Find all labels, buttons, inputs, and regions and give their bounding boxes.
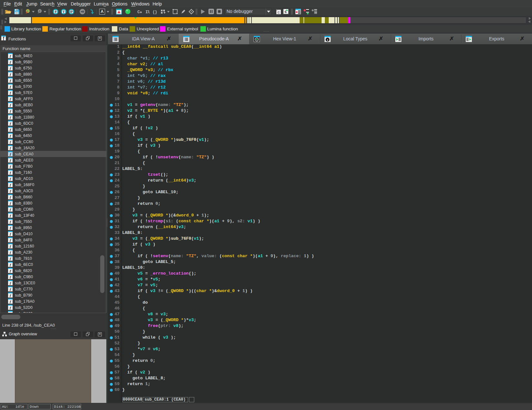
svg-text:C: C — [278, 11, 280, 15]
svg-text:l: l — [147, 10, 150, 15]
svg-text:T: T — [62, 10, 65, 14]
svg-text:C: C — [137, 10, 140, 15]
svg-text:}: } — [155, 10, 157, 15]
svg-text:#: # — [55, 10, 57, 14]
